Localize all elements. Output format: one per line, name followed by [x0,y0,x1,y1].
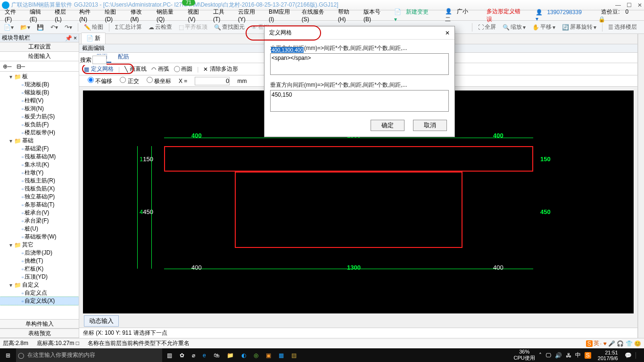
draw-line-button[interactable]: ╲ 画直线 [124,65,147,73]
menu-cloud[interactable]: 云应用(Y) [235,7,265,24]
tree-node[interactable]: ▾📁 自定义 [0,281,79,289]
menu-bim[interactable]: BIM应用(I) [266,7,298,24]
define-grid-button[interactable]: ▦ 定义网格 [84,65,114,73]
menu-view[interactable]: 视图(V) [185,7,209,24]
tree-node[interactable]: ▫ 楼层板带(H) [0,129,79,137]
tree-node[interactable]: ▫ 后浇带(JD) [0,249,79,257]
fullscreen-button[interactable]: ⛶ 全屏 [476,23,498,31]
menu-tools[interactable]: 工具(T) [210,7,234,24]
draw-input-item[interactable]: 绘图输入 [0,52,79,61]
clear-polygon-button[interactable]: ✕ 清除多边形 [203,65,238,73]
tray-up-icon[interactable]: ˄ [539,352,542,359]
tree-node[interactable]: ▫ 柱墩(Y) [0,169,79,177]
tree-node[interactable]: ▫ 桩(U) [0,225,79,233]
tree-node[interactable]: ▫ 独立基础(P) [0,193,79,201]
single-component-item[interactable]: 单构件输入 [0,319,79,329]
cpu-meter[interactable]: 36%CPU使用 [514,349,535,362]
task-icon[interactable]: e [203,352,206,359]
task-icon[interactable]: ▥ [167,352,172,359]
draw-button[interactable]: ✏️ 绘图 [82,23,105,31]
tree-node[interactable]: ▫ 筏板基础(M) [0,153,79,161]
ime-indicator[interactable]: S 英 · ♥ 🎤 🎧 👕 😊 [586,339,641,347]
tree-node[interactable]: ▫ 桩承台(V) [0,209,79,217]
component-tree[interactable]: ▾📁 板▫ 现浇板(B)▫ 螺旋板(B)▫ 柱帽(V)▫ 板洞(N)▫ 板受力筋… [0,72,79,319]
taskbar-search[interactable]: ◯ 在这里输入你要搜索的内容 [16,348,162,362]
tray-display-icon[interactable]: 🖵 [545,352,551,359]
tree-node[interactable]: ▫ 筏板主筋(R) [0,177,79,185]
task-icon[interactable]: 📁 [227,352,234,359]
tree-node[interactable]: ▾📁 基础 [0,137,79,145]
notification-badge[interactable]: 71 [182,0,195,6]
menu-rebar[interactable]: 钢筋量(Q) [154,7,184,24]
tree-node[interactable]: ▫ 基础板带(W) [0,233,79,241]
no-offset-radio[interactable]: 不偏移 [88,77,112,85]
ortho-radio[interactable]: 正交 [120,77,139,85]
close-panel-icon[interactable]: × [74,35,77,41]
account-number[interactable]: 👤 13907298339 ▾ [533,8,591,23]
floor-select-button[interactable]: ☰ 选择楼层 [606,23,639,31]
rotate-button[interactable]: 🔄 屏幕旋转 ▾ [560,23,598,31]
tree-node[interactable]: ▫ 自定义线(X) [0,297,79,305]
task-icon[interactable]: ✿ [180,352,184,359]
ok-button[interactable]: 确定 [371,120,405,131]
pan-button[interactable]: ✋ 平移 ▾ [530,23,557,31]
draw-circle-button[interactable]: 画圆 [174,65,192,73]
tree-node[interactable]: ▫ 柱帽(V) [0,97,79,105]
task-icon[interactable]: ▤ [291,352,297,359]
user-label[interactable]: 👤 广小二 [442,7,479,25]
warning-text[interactable]: 多边形定义错误 [484,7,528,25]
find-button[interactable]: 🔍 查找图元 [212,23,247,31]
expand-icon[interactable]: ⊕─ [3,63,12,70]
task-icon[interactable]: ▦ [279,352,284,359]
tree-node[interactable]: ▫ 板受力筋(S) [0,113,79,121]
menu-modify[interactable]: 修改(M) [128,7,153,24]
flat-button[interactable]: ⬚ 平齐板顶 [177,23,209,31]
tray-sogou-icon[interactable]: S [585,352,591,359]
task-icon[interactable]: ◎ [254,352,258,359]
new-file-icon[interactable]: 📄▾ [2,24,16,31]
tree-node[interactable]: ▫ 压顶(YD) [0,273,79,281]
collapse-icon[interactable]: ⊟─ [17,63,25,70]
dynamic-input-button[interactable]: 动态输入 [84,315,119,327]
h-spacing-input[interactable]: <span></span> [270,53,449,75]
tab-new[interactable]: 📄 新 [81,33,106,44]
cancel-button[interactable]: 取消 [413,120,447,131]
tree-node[interactable]: ▫ 集水坑(K) [0,161,79,169]
save-icon[interactable]: 💾 [35,24,46,31]
task-icon[interactable]: ⌀ [192,352,195,359]
menu-online[interactable]: 在线服务(S) [299,7,334,24]
zoom-button[interactable]: 🔍 缩放 ▾ [501,23,528,31]
menu-version[interactable]: 版本号(B) [361,7,390,24]
tree-node[interactable]: ▾📁 板 [0,73,79,81]
tree-node[interactable]: ▫ 挑檐(T) [0,257,79,265]
tree-node[interactable]: ▫ 板负筋(F) [0,121,79,129]
table-preview-item[interactable]: 表格预览 [0,329,79,338]
new-change-button[interactable]: 📄 新建变更 ▾ [391,7,438,24]
tree-node[interactable]: ▫ 栏板(K) [0,265,79,273]
tray-volume-icon[interactable]: 🔊 [555,352,562,359]
task-icon[interactable]: ▣ [266,352,271,359]
undo-icon[interactable]: ↶▾ [49,24,60,31]
menu-component[interactable]: 构件(N) [76,7,101,24]
tree-node[interactable]: ▫ 板洞(N) [0,105,79,113]
menu-edit[interactable]: 编辑(E) [27,7,51,24]
show-desktop[interactable] [636,352,640,359]
menu-floor[interactable]: 楼层(L) [52,7,75,24]
tree-node[interactable]: ▫ 条形基础(T) [0,201,79,209]
subtab-rebar[interactable]: 配筋 [114,52,133,63]
clock[interactable]: 21:512017/9/6 [595,350,621,361]
open-icon[interactable]: 📂▾ [18,24,32,31]
v-spacing-input[interactable]: 450,150 [270,90,449,112]
task-icon[interactable]: ◐ [241,352,246,359]
tray-lang[interactable]: 中 [575,351,581,359]
tree-node[interactable]: ▫ 现浇板(B) [0,81,79,89]
draw-arc-button[interactable]: ◠ 画弧 [151,65,169,73]
menu-help[interactable]: 帮助(H) [335,7,360,24]
dialog-close-icon[interactable]: ✕ [445,30,450,36]
project-settings-item[interactable]: 工程设置 [0,42,79,52]
tree-node[interactable]: ▫ 自定义点 [0,289,79,297]
tree-node[interactable]: ▫ 基础梁(F) [0,145,79,153]
redo-icon[interactable]: ↷▾ [63,24,74,31]
sum-button[interactable]: Σ 汇总计算 [113,23,144,31]
tree-node[interactable]: ▫ 螺旋板(B) [0,89,79,97]
